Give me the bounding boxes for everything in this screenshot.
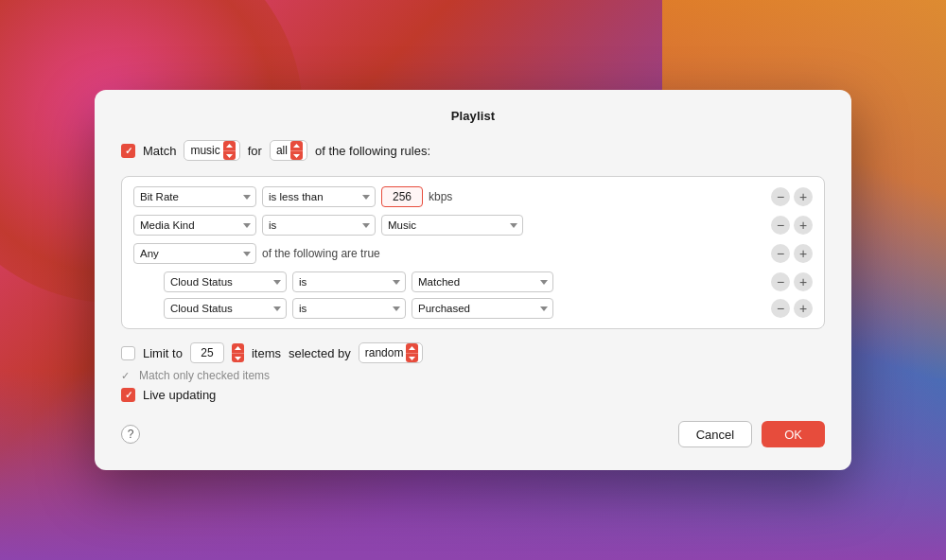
sub-rule1-field-select[interactable]: Cloud Status [164,271,287,292]
sub-rule1-operator-select[interactable]: is [292,271,406,292]
rule-row-1: Bit Rate is less than kbps − + [133,186,813,207]
limit-value-input[interactable] [190,342,224,363]
music-stepper-select[interactable]: music [184,140,239,161]
rule2-minus-button[interactable]: − [771,216,790,235]
music-stepper[interactable] [223,141,236,160]
help-button[interactable]: ? [121,425,140,444]
dialog-title: Playlist [121,109,825,123]
rule1-actions: − + [771,187,813,206]
bottom-section: Limit to items selected by random [121,342,825,402]
rule3-any-text: of the following are true [262,247,380,260]
sub-rule1-actions: − + [771,272,813,291]
sub-rule1-value-select[interactable]: Matched [412,271,553,292]
rule1-unit: kbps [429,190,457,203]
all-stepper[interactable] [290,141,303,160]
rule2-operator-select[interactable]: is [262,215,376,236]
all-value: all [276,144,288,157]
sub-rule2-minus-button[interactable]: − [771,299,790,318]
rule-row-3-group: Any of the following are true − + Cloud … [133,243,813,319]
sub-rule2-plus-button[interactable]: + [794,299,813,318]
limit-stepper-down[interactable] [232,353,244,362]
rule3-actions: − + [771,244,813,263]
music-value: music [190,144,219,157]
rule3-field-select[interactable]: Any [133,243,256,264]
all-stepper-select[interactable]: all [270,140,307,161]
rule1-plus-button[interactable]: + [794,187,813,206]
sub-rule2-actions: − + [771,299,813,318]
sub-rule2-value-select[interactable]: Purchased [412,298,553,319]
match-checked-items-label: Match only checked items [139,369,270,382]
all-stepper-up[interactable] [290,141,303,150]
rule1-minus-button[interactable]: − [771,187,790,206]
live-updating-label: Live updating [143,388,216,402]
sub-rule2-operator-select[interactable]: is [292,298,406,319]
music-stepper-up[interactable] [223,141,236,150]
random-stepper-down[interactable] [406,353,418,362]
match-row: Match music for all [121,140,825,161]
buttons-row: ? Cancel OK [121,421,825,447]
rule1-operator-select[interactable]: is less than [262,186,376,207]
rule1-value-input[interactable] [381,186,423,207]
random-stepper[interactable] [406,343,418,362]
match-checked-items-row: ✓ Match only checked items [121,369,825,382]
rule-row-3-header: Any of the following are true − + [133,243,813,264]
rule-row-2: Media Kind is Music − + [133,215,813,236]
rule2-field-select[interactable]: Media Kind [133,215,256,236]
ok-button[interactable]: OK [762,421,825,447]
dialog: Playlist Match music for all [95,90,851,470]
items-label: items [252,346,281,360]
rule2-value-select[interactable]: Music [381,215,523,236]
rule1-field-select[interactable]: Bit Rate [133,186,256,207]
limit-stepper-up[interactable] [232,343,244,353]
match-checkbox[interactable] [121,144,135,158]
dialog-wrapper: Playlist Match music for all [0,0,946,560]
cancel-button[interactable]: Cancel [678,421,752,447]
for-label: for [248,144,262,158]
match-checked-checkmark: ✓ [121,370,133,382]
limit-value-stepper[interactable] [232,343,244,362]
sub-rule-row-1: Cloud Status is Matched − + [164,271,813,292]
limit-checkbox[interactable] [121,346,135,360]
sub-rule1-minus-button[interactable]: − [771,272,790,291]
of-rules-label: of the following rules: [315,144,430,158]
action-buttons: Cancel OK [678,421,825,447]
rules-container: Bit Rate is less than kbps − + Media Kin… [121,176,825,329]
limit-to-label: Limit to [143,346,183,360]
sub-rules: Cloud Status is Matched − + [164,271,813,319]
random-stepper-select[interactable]: random [359,342,424,363]
live-updating-checkbox[interactable] [121,388,135,402]
limit-row: Limit to items selected by random [121,342,825,363]
rule2-actions: − + [771,216,813,235]
rule2-plus-button[interactable]: + [794,216,813,235]
live-updating-row: Live updating [121,388,825,402]
sub-rule2-field-select[interactable]: Cloud Status [164,298,287,319]
music-stepper-down[interactable] [223,150,236,160]
random-value: random [365,346,404,359]
rule3-plus-button[interactable]: + [794,244,813,263]
match-label: Match [143,144,176,158]
selected-by-label: selected by [289,346,351,360]
sub-rule-row-2: Cloud Status is Purchased − + [164,298,813,319]
all-stepper-down[interactable] [290,150,303,160]
sub-rule1-plus-button[interactable]: + [794,272,813,291]
rule3-minus-button[interactable]: − [771,244,790,263]
random-stepper-up[interactable] [406,343,418,353]
